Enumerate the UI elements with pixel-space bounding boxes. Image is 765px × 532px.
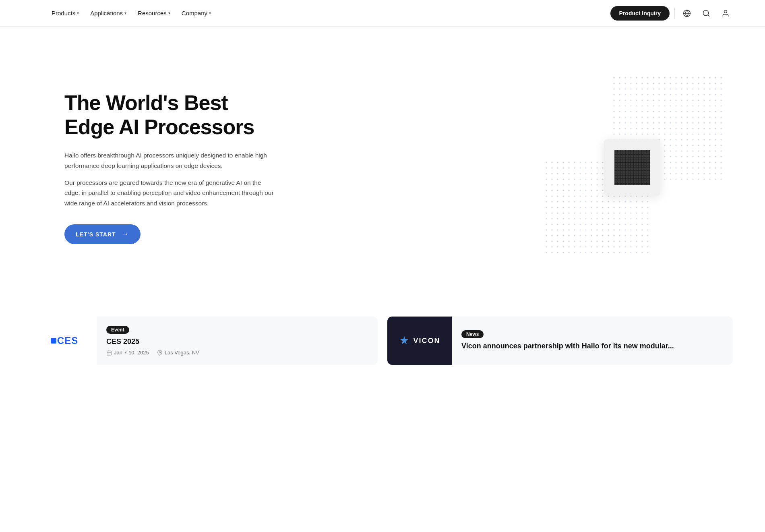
company-chevron-icon: ▾ bbox=[209, 11, 211, 15]
ces-date: Jan 7-10, 2025 bbox=[106, 350, 149, 356]
navbar: HAILO Products ▾ Applications ▾ Resource… bbox=[0, 0, 765, 27]
account-icon bbox=[722, 9, 730, 17]
vicon-logo-text: VICON bbox=[413, 337, 440, 345]
svg-point-5 bbox=[724, 10, 727, 13]
ces-title: CES 2025 bbox=[106, 337, 199, 346]
nav-applications[interactable]: Applications ▾ bbox=[85, 6, 131, 20]
hero-title-line2: Edge AI Processors bbox=[64, 115, 254, 139]
ces-date-text: Jan 7-10, 2025 bbox=[114, 350, 149, 356]
nav-applications-label: Applications bbox=[90, 10, 123, 17]
nav-right: Product Inquiry bbox=[610, 6, 733, 21]
hero-title-line1: The World's Best bbox=[64, 91, 228, 114]
account-icon-button[interactable] bbox=[718, 6, 733, 21]
lets-start-button[interactable]: LET'S START → bbox=[64, 224, 141, 244]
nav-left: HAILO Products ▾ Applications ▾ Resource… bbox=[32, 6, 216, 20]
products-chevron-icon: ▾ bbox=[77, 11, 79, 15]
lets-start-label: LET'S START bbox=[76, 231, 116, 238]
applications-chevron-icon: ▾ bbox=[124, 11, 126, 15]
svg-line-4 bbox=[708, 14, 709, 16]
search-icon bbox=[702, 9, 710, 17]
nav-products-label: Products bbox=[52, 10, 75, 17]
hero-title: The World's Best Edge AI Processors bbox=[64, 91, 274, 139]
ces-thumbnail: CES bbox=[32, 317, 97, 365]
product-inquiry-button[interactable]: Product Inquiry bbox=[610, 6, 670, 21]
svg-rect-13 bbox=[614, 150, 650, 185]
nav-links: Products ▾ Applications ▾ Resources ▾ Co… bbox=[47, 6, 216, 20]
arrow-right-icon: → bbox=[122, 230, 129, 238]
vicon-card-body: News Vicon announces partnership with Ha… bbox=[452, 317, 684, 365]
svg-rect-15 bbox=[107, 351, 112, 355]
hero-section: The World's Best Edge AI Processors Hail… bbox=[0, 27, 765, 300]
nav-company[interactable]: Company ▾ bbox=[177, 6, 216, 20]
search-icon-button[interactable] bbox=[699, 6, 713, 21]
location-icon bbox=[157, 350, 163, 356]
globe-icon-button[interactable] bbox=[680, 6, 694, 21]
nav-resources[interactable]: Resources ▾ bbox=[133, 6, 175, 20]
calendar-icon bbox=[106, 350, 112, 356]
ces-card-body: Event CES 2025 Jan 7-10, 2025 Las Vegas,… bbox=[97, 317, 209, 365]
vicon-star-icon bbox=[399, 335, 410, 346]
nav-products[interactable]: Products ▾ bbox=[47, 6, 84, 20]
vicon-badge: News bbox=[461, 330, 484, 338]
news-card-vicon[interactable]: VICON News Vicon announces partnership w… bbox=[387, 317, 733, 365]
svg-point-19 bbox=[159, 352, 161, 353]
hero-description-2: Our processors are geared towards the ne… bbox=[64, 178, 274, 209]
nav-company-label: Company bbox=[182, 10, 207, 17]
ces-location: Las Vegas, NV bbox=[157, 350, 199, 356]
nav-divider bbox=[674, 8, 675, 19]
vicon-title: Vicon announces partnership with Hailo f… bbox=[461, 342, 674, 351]
ces-location-text: Las Vegas, NV bbox=[165, 350, 199, 356]
ces-logo: CES bbox=[32, 317, 97, 365]
news-section: CES Event CES 2025 Jan 7-10, 2025 Las bbox=[0, 300, 765, 389]
globe-icon bbox=[683, 9, 691, 17]
chip-card bbox=[604, 139, 660, 196]
hero-visual: dots are rendered below via JS-free SVG … bbox=[540, 71, 733, 264]
chip-icon bbox=[614, 150, 650, 185]
hero-content: The World's Best Edge AI Processors Hail… bbox=[64, 91, 274, 244]
hero-description-1: Hailo offers breakthrough AI processors … bbox=[64, 150, 274, 171]
ces-badge: Event bbox=[106, 326, 129, 334]
news-card-ces[interactable]: CES Event CES 2025 Jan 7-10, 2025 Las bbox=[32, 317, 378, 365]
ces-meta: Jan 7-10, 2025 Las Vegas, NV bbox=[106, 350, 199, 356]
vicon-thumbnail: VICON bbox=[387, 317, 452, 365]
resources-chevron-icon: ▾ bbox=[168, 11, 170, 15]
nav-resources-label: Resources bbox=[138, 10, 167, 17]
